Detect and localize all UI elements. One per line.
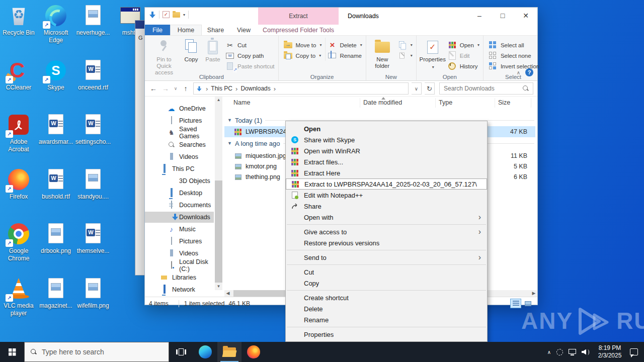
breadcrumb-this-pc[interactable]: This PC [211, 85, 232, 92]
delete-button[interactable]: ×Delete▾ [326, 40, 363, 50]
menu-item-share-with-skype[interactable]: SShare with Skype [286, 134, 487, 145]
desktop-icon-onceend-rtf[interactable]: Wonceend.rtf [74, 59, 112, 92]
address-box[interactable]: › This PC › Downloads › [193, 82, 409, 95]
scroll-left-icon[interactable]: ◀ [224, 290, 231, 297]
menu-item-delete[interactable]: Delete [286, 303, 487, 314]
menu-item-share[interactable]: Share [286, 201, 487, 212]
sidebar-item-documents[interactable]: Documents [145, 200, 214, 211]
menu-item-open-with-winrar[interactable]: Open with WinRAR [286, 145, 487, 156]
copy-to-button[interactable]: Copy to▾ [282, 50, 324, 61]
sidebar-item-network[interactable]: Network [145, 284, 214, 295]
desktop-icon-awardsmar[interactable]: Wawardsmar... [37, 113, 74, 146]
desktop-icon-skype[interactable]: S↗Skype [37, 59, 74, 92]
new-folder-button[interactable]: New folder [369, 38, 395, 71]
copy-path-button[interactable]: WCopy path [223, 50, 276, 61]
taskbar-edge-button[interactable] [193, 342, 217, 362]
taskbar-explorer-button[interactable] [217, 342, 242, 362]
column-header-name[interactable]: Name [223, 98, 360, 108]
menu-item-send-to[interactable]: Send to› [286, 252, 487, 263]
sidebar-item-videos[interactable]: Videos [145, 151, 214, 162]
menu-item-extract-files[interactable]: Extract files... [286, 156, 487, 167]
help-icon[interactable]: ? [525, 68, 533, 76]
nav-scrollbar[interactable]: ▲ ▼ [215, 97, 222, 290]
desktop-icon-ccleaner[interactable]: C↗CCleaner [0, 59, 37, 92]
menu-item-open-with[interactable]: Open with› [286, 212, 487, 223]
desktop-icon-drbook-png[interactable]: drbook.png [37, 222, 74, 255]
menu-item-open[interactable]: Open [286, 123, 487, 134]
paste-button[interactable]: Paste [202, 38, 223, 64]
menu-item-properties[interactable]: Properties [286, 329, 487, 340]
paste-shortcut-button[interactable]: Paste shortcut [223, 61, 276, 71]
menu-item-extract-here[interactable]: Extract Here [286, 167, 487, 178]
address-dropdown-icon[interactable]: ∨ [412, 82, 422, 95]
sidebar-item-videos[interactable]: Videos [145, 248, 214, 259]
breadcrumb-downloads[interactable]: Downloads [240, 85, 270, 92]
sidebar-item-downloads[interactable]: Downloads [145, 212, 214, 223]
menu-item-edit-with-notepad[interactable]: Edit with Notepad++ [286, 190, 487, 201]
desktop-icon-themselve[interactable]: Wthemselve... [74, 222, 112, 255]
chevron-down-icon[interactable]: ▼ [227, 141, 232, 146]
scroll-right-icon[interactable]: ▶ [530, 290, 537, 297]
new-folder-qat-icon[interactable] [173, 12, 180, 18]
taskbar-search[interactable]: Type here to search [24, 342, 169, 362]
tab-share[interactable]: Share [202, 25, 229, 35]
new-item-button[interactable]: ▾ [395, 40, 414, 50]
open-button[interactable]: Open▾ [446, 40, 481, 50]
recent-locations-icon[interactable]: ∨ [173, 86, 178, 91]
desktop-icon-recycle-bin[interactable]: ♻Recycle Bin [0, 4, 37, 37]
column-header-size[interactable]: Size [495, 98, 531, 108]
sidebar-item-music[interactable]: ♪Music [145, 224, 214, 235]
menu-item-give-access-to[interactable]: Give access to› [286, 226, 487, 237]
qat-customize-icon[interactable]: ▾ [183, 13, 185, 17]
properties-button[interactable]: ✓Properties▾ [420, 38, 446, 72]
action-center-icon[interactable] [630, 348, 638, 355]
desktop-icon-firefox[interactable]: ↗Firefox [0, 168, 37, 201]
hidden-icons-chevron-icon[interactable]: ∧ [547, 349, 551, 355]
thumbnail-view-button[interactable] [522, 299, 533, 308]
sidebar-item-libraries[interactable]: Libraries [145, 272, 214, 283]
minimize-button[interactable]: – [468, 8, 491, 23]
desktop-icon-settingscho[interactable]: Wsettingscho... [74, 113, 112, 146]
move-to-button[interactable]: Move to▾ [282, 40, 324, 50]
copy-button[interactable]: Copy [180, 38, 202, 64]
tab-compressed-folder-tools[interactable]: Compressed Folder Tools [258, 25, 339, 35]
cut-button[interactable]: ✂Cut [223, 40, 276, 50]
collapse-ribbon-icon[interactable]: ∧ [517, 70, 520, 75]
back-icon[interactable]: ← [149, 84, 158, 93]
menu-item-create-shortcut[interactable]: Create shortcut [286, 292, 487, 303]
menu-item-cut[interactable]: Cut [286, 266, 487, 278]
sidebar-item-saved-games[interactable]: ♞Saved Games [145, 127, 214, 138]
column-header-date-modified[interactable]: Date modified [360, 98, 436, 108]
sidebar-item-pictures[interactable]: Pictures [145, 115, 214, 126]
sidebar-item-local-disk-c[interactable]: Local Disk (C:) [145, 260, 214, 271]
background-window[interactable]: G [135, 20, 145, 276]
chevron-down-icon[interactable]: ▼ [227, 118, 232, 123]
desktop-icon-neverhuge[interactable]: neverhuge... [74, 4, 112, 37]
sidebar-item-onedrive[interactable]: ☁OneDrive [145, 103, 214, 114]
volume-icon[interactable] [582, 349, 590, 355]
easy-access-button[interactable]: ▾ [395, 50, 414, 61]
menu-item-restore-previous-versions[interactable]: Restore previous versions [286, 237, 487, 248]
downloads-folder-icon[interactable] [149, 11, 156, 18]
maximize-button[interactable]: □ [491, 8, 514, 23]
refresh-icon[interactable]: ↻ [425, 82, 435, 95]
history-button[interactable]: History [446, 61, 481, 71]
tray-circle-icon[interactable] [556, 349, 563, 355]
sidebar-item-this-pc[interactable]: This PC [145, 163, 214, 174]
tab-file[interactable]: File [145, 25, 170, 35]
sidebar-item-searches[interactable]: Searches [145, 139, 214, 150]
tab-view[interactable]: View [229, 25, 258, 35]
scroll-down-icon[interactable]: ▼ [215, 283, 222, 290]
desktop-icon-google-chrome[interactable]: ↗Google Chrome [0, 222, 37, 262]
desktop-icon-adobe-acrobat[interactable]: ↗Adobe Acrobat [0, 113, 37, 153]
close-button[interactable]: ✕ [514, 8, 537, 23]
edit-button[interactable]: Edit [446, 50, 481, 61]
tab-home[interactable]: Home [170, 25, 202, 35]
nav-scrollbar-thumb[interactable] [215, 180, 222, 283]
menu-item-extract-to-lwpbrspa24aa14-2025-02-03-20-06-57-127[interactable]: Extract to LWPBRSPA24AA14_2025-02-03_20_… [286, 178, 487, 190]
menu-item-rename[interactable]: Rename [286, 314, 487, 325]
network-icon[interactable] [569, 349, 576, 355]
desktop-icon-magazinet[interactable]: magazinet... [37, 277, 74, 310]
search-box[interactable]: Search Downloads [439, 82, 533, 95]
desktop-icon-bushold-rtf[interactable]: Wbushold.rtf [37, 168, 74, 201]
